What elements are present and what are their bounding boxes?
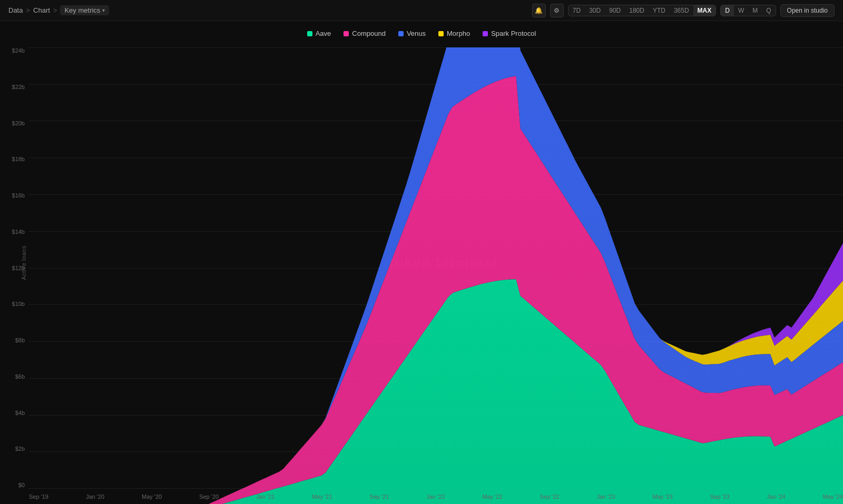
y-label-10b: $10b [0, 301, 25, 307]
aave-label: Aave [316, 29, 331, 37]
x-jan20: Jan '20 [86, 493, 104, 500]
y-label-24b: $24b [0, 47, 25, 54]
time-ytd[interactable]: YTD [649, 5, 670, 16]
y-label-4b: $4b [0, 410, 25, 416]
breadcrumb: Data > Chart > Key metrics ▾ [8, 5, 109, 15]
venus-label: Venus [407, 29, 426, 37]
view-selector: D W M Q [720, 5, 776, 16]
morpho-color-swatch [438, 31, 444, 36]
chart-svg [29, 47, 843, 504]
time-30d[interactable]: 30D [585, 5, 605, 16]
x-jan21: Jan '21 [256, 493, 275, 500]
y-label-20b: $20b [0, 120, 25, 126]
x-sep21: Sep '21 [369, 493, 389, 500]
x-jan23: Jan '23 [596, 493, 615, 500]
breadcrumb-current[interactable]: Key metrics ▾ [60, 5, 109, 15]
morpho-label: Morpho [447, 29, 470, 37]
x-may22: May '22 [482, 493, 502, 500]
breadcrumb-sep2: > [53, 6, 57, 14]
spark-label: Spark Protocol [491, 29, 536, 37]
y-label-2b: $2b [0, 446, 25, 452]
x-sep22: Sep '22 [540, 493, 559, 500]
view-q[interactable]: Q [762, 5, 775, 16]
legend-compound[interactable]: Compound [344, 29, 386, 37]
time-365d[interactable]: 365D [670, 5, 693, 16]
topbar: Data > Chart > Key metrics ▾ 🔔 ⚙ 7D 30D … [0, 0, 843, 21]
y-axis: $24b $22b $20b $18b $16b $14b $12b $10b … [0, 47, 29, 488]
x-sep19: Sep '19 [29, 493, 48, 500]
chart-container: Aave Compound Venus Morpho Spark Protoco… [0, 21, 843, 504]
legend-spark[interactable]: Spark Protocol [483, 29, 536, 37]
legend-aave[interactable]: Aave [307, 29, 331, 37]
x-may20: May '20 [142, 493, 162, 500]
x-may21: May '21 [312, 493, 332, 500]
chart-legend: Aave Compound Venus Morpho Spark Protoco… [0, 29, 843, 37]
breadcrumb-data[interactable]: Data [8, 6, 23, 14]
y-label-8b: $8b [0, 337, 25, 343]
chevron-down-icon: ▾ [102, 7, 105, 13]
x-jan24: Jan '24 [767, 493, 786, 500]
time-7d[interactable]: 7D [568, 5, 585, 16]
view-m[interactable]: M [748, 5, 762, 16]
y-label-6b: $6b [0, 373, 25, 380]
settings-icon[interactable]: ⚙ [550, 4, 564, 17]
x-sep20: Sep '20 [199, 493, 219, 500]
x-may24: May '24 [823, 493, 843, 500]
topbar-controls: 🔔 ⚙ 7D 30D 90D 180D YTD 365D MAX D W M Q… [532, 4, 835, 17]
compound-label: Compound [352, 29, 386, 37]
y-label-18b: $18b [0, 156, 25, 162]
view-w[interactable]: W [734, 5, 748, 16]
y-label-16b: $16b [0, 192, 25, 199]
bell-icon[interactable]: 🔔 [532, 4, 546, 17]
y-label-22b: $22b [0, 84, 25, 90]
time-180d[interactable]: 180D [625, 5, 649, 16]
breadcrumb-chart[interactable]: Chart [33, 6, 50, 14]
breadcrumb-sep1: > [26, 6, 30, 14]
time-range-selector: 7D 30D 90D 180D YTD 365D MAX [568, 5, 716, 16]
y-label-12b: $12b [0, 265, 25, 271]
time-90d[interactable]: 90D [605, 5, 625, 16]
x-sep23: Sep '23 [710, 493, 730, 500]
legend-venus[interactable]: Venus [398, 29, 426, 37]
x-jan22: Jan '22 [426, 493, 445, 500]
x-may23: May '23 [652, 493, 672, 500]
x-axis: Sep '19 Jan '20 May '20 Sep '20 Jan '21 … [29, 493, 843, 500]
view-d[interactable]: D [721, 5, 734, 16]
aave-color-swatch [307, 31, 312, 36]
y-label-0: $0 [0, 482, 25, 488]
venus-color-swatch [398, 31, 404, 36]
compound-color-swatch [344, 31, 349, 36]
time-max[interactable]: MAX [693, 5, 716, 16]
spark-color-swatch [483, 31, 488, 36]
open-in-studio-button[interactable]: Open in studio [780, 4, 835, 17]
y-label-14b: $14b [0, 229, 25, 235]
legend-morpho[interactable]: Morpho [438, 29, 470, 37]
